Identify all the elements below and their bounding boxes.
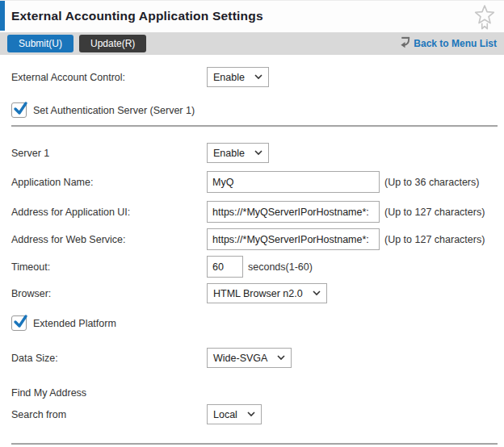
application-name-hint: (Up to 36 characters) [384,177,479,188]
row-find-my-address: Find My Address [11,387,498,399]
timeout-input[interactable] [207,256,243,278]
row-address-web-service: Address for Web Service: (Up to 127 char… [11,228,498,250]
section-divider [11,125,498,127]
chevron-down-icon [313,290,321,296]
row-timeout: Timeout: seconds(1-60) [11,256,498,278]
external-account-control-select[interactable]: Enable [207,67,269,87]
data-size-select[interactable]: Wide-SVGA [207,348,292,368]
toolbar: Submit(U) Update(R) Back to Menu List [0,32,504,55]
address-web-service-hint: (Up to 127 characters) [384,234,485,245]
server1-value: Enable [213,148,245,159]
row-server1: Server 1 Enable [11,143,498,163]
timeout-hint: seconds(1-60) [248,261,313,273]
server1-label: Server 1 [11,148,207,159]
row-data-size: Data Size: Wide-SVGA [11,348,498,368]
set-auth-server-checkbox[interactable] [11,102,27,118]
search-from-label: Search from [11,409,207,420]
return-arrow-icon [399,36,411,51]
set-auth-server-label: Set Authentication Server (Server 1) [33,105,195,116]
search-from-select[interactable]: Local [207,404,262,424]
server1-select[interactable]: Enable [207,143,269,163]
extended-platform-checkbox[interactable] [11,315,27,331]
chevron-down-icon [277,355,285,361]
checkmark-icon [13,101,28,116]
accent-bar [0,1,5,31]
data-size-label: Data Size: [11,353,207,364]
submit-button[interactable]: Submit(U) [7,35,74,52]
row-external-account-control: External Account Control: Enable [11,67,498,87]
address-web-service-input[interactable] [207,228,380,250]
address-app-ui-input[interactable] [207,201,380,223]
set-auth-server-checkbox-row[interactable]: Set Authentication Server (Server 1) [11,102,498,118]
row-browser: Browser: HTML Browser n2.0 [11,283,498,303]
browser-value: HTML Browser n2.0 [213,288,303,299]
settings-form: External Account Control: Enable Set Aut… [0,55,504,445]
page-title: External Accounting Application Settings [11,9,263,23]
update-button[interactable]: Update(R) [79,35,146,52]
extended-platform-label: Extended Platform [33,318,116,329]
address-web-service-label: Address for Web Service: [11,234,207,245]
chevron-down-icon [254,74,262,80]
row-address-app-ui: Address for Application UI: (Up to 127 c… [11,201,498,223]
title-bar: External Accounting Application Settings [0,0,504,31]
chevron-down-icon [247,411,255,417]
timeout-label: Timeout: [11,261,207,273]
bottom-divider [11,443,498,445]
extended-platform-checkbox-row[interactable]: Extended Platform [11,315,498,331]
search-from-value: Local [213,409,237,420]
back-to-menu-label: Back to Menu List [414,38,497,49]
browser-label: Browser: [11,288,207,299]
browser-select[interactable]: HTML Browser n2.0 [207,283,327,303]
external-account-control-label: External Account Control: [11,72,207,83]
external-account-control-value: Enable [213,72,245,83]
row-search-from: Search from Local [11,404,498,424]
find-my-address-label: Find My Address [11,387,207,399]
chevron-down-icon [254,150,262,156]
address-app-ui-hint: (Up to 127 characters) [384,207,485,218]
application-name-label: Application Name: [11,177,207,188]
application-name-input[interactable] [207,171,380,193]
favorite-star-icon[interactable] [473,4,496,30]
checkmark-icon [13,314,28,329]
data-size-value: Wide-SVGA [213,353,267,364]
row-application-name: Application Name: (Up to 36 characters) [11,171,498,193]
address-app-ui-label: Address for Application UI: [11,207,207,218]
back-to-menu-link[interactable]: Back to Menu List [399,36,497,51]
